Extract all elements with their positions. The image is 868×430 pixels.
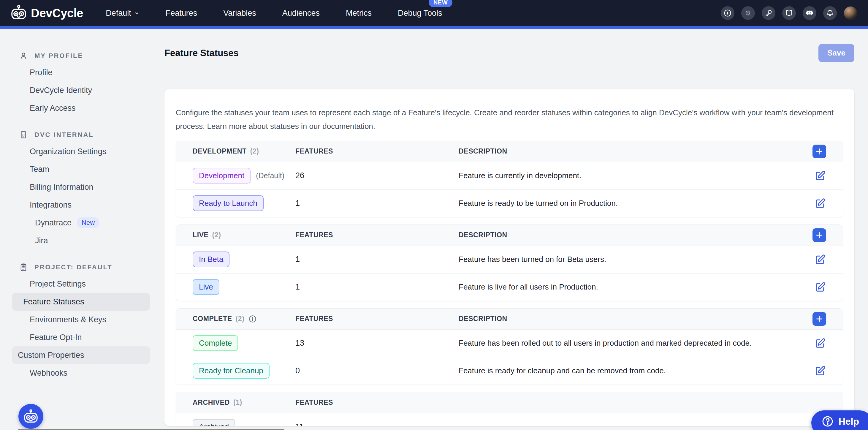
status-table-live: LIVE (2) FEATURES DESCRIPTION In Beta [176,224,843,301]
status-description: Feature is live for all users in Product… [459,282,807,291]
features-count: 26 [296,171,459,180]
gear-icon [744,9,752,17]
status-row-archived: Archived 11 [176,413,843,426]
features-count: 1 [296,282,459,291]
section-name: ARCHIVED [193,399,230,406]
features-column-header: FEATURES [296,231,459,239]
info-icon[interactable] [248,314,257,324]
bell-icon [826,9,834,17]
sidebar-item-feature-statuses[interactable]: Feature Statuses [12,293,150,311]
edit-status-button[interactable] [814,197,826,209]
sidebar-item-team[interactable]: Team [12,160,150,178]
edit-pencil-icon [814,254,826,266]
documentation-button[interactable] [782,6,796,20]
status-row-ready-for-cleanup: Ready for Cleanup 0 Feature is ready for… [176,357,843,385]
edit-pencil-icon [814,170,826,182]
brand[interactable]: DevCycle [11,4,83,22]
project-selector-dropdown[interactable]: Default [106,9,140,18]
notifications-button[interactable] [823,6,837,20]
feature-statuses-card: Configure the statuses your team uses to… [164,89,854,426]
user-avatar[interactable] [844,6,857,20]
page-title: Feature Statuses [164,48,239,59]
add-status-button[interactable] [812,228,826,242]
devcycle-assistant-fab[interactable] [19,404,43,429]
section-name: COMPLETE [193,315,232,323]
sidebar-item-project-settings[interactable]: Project Settings [12,275,150,293]
partial-element-bottom-edge [18,429,284,430]
status-badge[interactable]: Archived [193,419,235,426]
nav-item-debug-tools[interactable]: Debug Tools NEW [398,9,442,18]
description-column-header: DESCRIPTION [459,147,807,155]
help-button[interactable]: Help [811,410,868,430]
features-count: 1 [296,255,459,264]
table-header-live: LIVE (2) FEATURES DESCRIPTION [176,225,843,246]
settings-button[interactable] [741,6,755,20]
status-description: Feature is ready for cleanup and can be … [459,366,807,375]
devcycle-robot-logo-icon [11,4,27,22]
status-badge[interactable]: Development [193,168,251,184]
sidebar-item-environments-keys[interactable]: Environments & Keys [12,311,150,329]
nav-item-features[interactable]: Features [166,9,197,18]
key-icon [765,9,773,17]
clipboard-icon [19,263,28,272]
status-table-archived: ARCHIVED (1) FEATURES Archived 11 [176,392,843,426]
description-column-header: DESCRIPTION [459,315,807,323]
section-name: DEVELOPMENT [193,147,247,155]
accent-strip [0,26,868,29]
features-count: 0 [296,366,459,375]
table-header-complete: COMPLETE (2) FEATURES DESCRIPTION [176,309,843,329]
sidebar-item-feature-opt-in[interactable]: Feature Opt-In [12,329,150,346]
status-row-ready-to-launch: Ready to Launch 1 Feature is ready to be… [176,189,843,217]
sidebar-item-integrations[interactable]: Integrations [12,196,150,214]
building-icon [19,130,28,139]
edit-pencil-icon [814,197,826,209]
sidebar-section-dvc-internal: DVC INTERNAL [0,127,160,143]
help-label: Help [839,416,859,427]
sidebar-item-dynatrace[interactable]: Dynatrace New [12,214,150,232]
chevron-down-icon [134,10,140,16]
status-row-development: Development (Default) 26 Feature is curr… [176,162,843,189]
status-description: Feature is ready to be turned on in Prod… [459,199,807,208]
new-badge: NEW [429,0,453,7]
save-button[interactable]: Save [818,44,854,62]
edit-status-button[interactable] [814,337,826,349]
status-row-in-beta: In Beta 1 Feature has been turned on for… [176,246,843,273]
status-badge[interactable]: Ready to Launch [193,195,264,211]
edit-status-button[interactable] [814,170,826,182]
features-count: 1 [296,199,459,208]
status-badge[interactable]: In Beta [193,251,229,267]
status-badge[interactable]: Complete [193,335,238,351]
sidebar-item-profile[interactable]: Profile [12,64,150,81]
sidebar-item-organization-settings[interactable]: Organization Settings [12,143,150,160]
plus-icon [815,231,823,239]
add-status-button[interactable] [812,312,826,326]
sidebar-item-early-access[interactable]: Early Access [12,99,150,117]
edit-status-button[interactable] [814,254,826,266]
api-keys-button[interactable] [762,6,775,20]
add-status-button[interactable] [812,145,826,158]
sidebar-item-jira[interactable]: Jira [12,232,150,249]
create-button[interactable] [721,6,735,20]
plus-circle-icon [723,9,732,17]
edit-status-button[interactable] [814,281,826,293]
nav-item-audiences[interactable]: Audiences [282,9,320,18]
nav-item-variables[interactable]: Variables [223,9,256,18]
sidebar-item-webhooks[interactable]: Webhooks [12,364,150,382]
status-row-live: Live 1 Feature is live for all users in … [176,273,843,301]
status-badge[interactable]: Ready for Cleanup [193,363,270,379]
intro-text: Configure the statuses your team uses to… [176,106,843,133]
features-count: 13 [296,339,459,348]
nav-item-metrics[interactable]: Metrics [346,9,372,18]
features-column-header: FEATURES [296,399,459,406]
brand-name: DevCycle [31,6,83,20]
sidebar-item-custom-properties[interactable]: Custom Properties [12,346,150,364]
section-count: (2) [212,231,221,239]
sidebar-item-devcycle-identity[interactable]: DevCycle Identity [12,81,150,99]
discord-button[interactable] [803,6,816,20]
main-content: Feature Statuses Save Configure the stat… [160,29,868,430]
section-count: (2) [250,147,259,155]
status-badge[interactable]: Live [193,279,219,295]
edit-status-button[interactable] [814,365,826,377]
sidebar-item-billing-information[interactable]: Billing Information [12,178,150,196]
description-column-header: DESCRIPTION [459,231,807,239]
